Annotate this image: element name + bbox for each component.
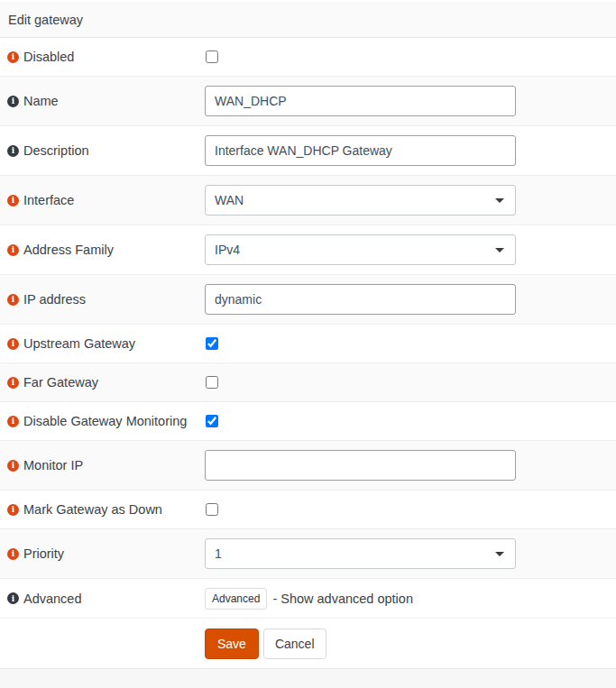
field-label-monitor-ip: Monitor IP: [23, 458, 83, 472]
form-row-far-gateway: Far Gateway: [0, 363, 616, 402]
info-icon[interactable]: [7, 294, 19, 306]
chevron-down-icon: [495, 198, 504, 203]
form-row-monitor-ip: Monitor IP: [0, 441, 616, 491]
name-input[interactable]: [205, 86, 516, 116]
form-row-disabled: Disabled: [0, 38, 616, 77]
panel-header: Edit gateway: [0, 2, 616, 38]
description-input[interactable]: [205, 135, 516, 166]
info-icon[interactable]: [7, 416, 19, 427]
form-actions-row: Save Cancel: [0, 619, 616, 668]
interface-select[interactable]: WAN: [205, 185, 516, 216]
info-icon[interactable]: [7, 592, 19, 604]
field-label-disable-gateway-monitoring: Disable Gateway Monitoring: [23, 414, 187, 428]
form-row-priority: Priority 1: [0, 529, 616, 579]
field-label-interface: Interface: [23, 193, 74, 207]
advanced-toggle-button[interactable]: Advanced: [205, 588, 267, 610]
field-label-advanced: Advanced: [23, 592, 82, 606]
field-label-priority: Priority: [23, 546, 64, 561]
monitor-ip-input[interactable]: [205, 450, 516, 481]
disable-gateway-monitoring-checkbox[interactable]: [206, 415, 218, 427]
field-label-address-family: Address Family: [23, 243, 114, 257]
info-icon[interactable]: [7, 244, 19, 256]
mark-gateway-as-down-checkbox[interactable]: [206, 503, 218, 516]
info-icon[interactable]: [7, 460, 19, 472]
footer-bar: [0, 668, 616, 688]
field-label-description: Description: [23, 143, 89, 158]
address-family-select-value: IPv4: [215, 243, 240, 257]
info-icon[interactable]: [7, 504, 19, 516]
chevron-down-icon: [495, 248, 504, 252]
upstream-gateway-checkbox[interactable]: [206, 337, 218, 350]
far-gateway-checkbox[interactable]: [206, 376, 218, 389]
field-label-disabled: Disabled: [23, 50, 74, 64]
priority-select[interactable]: 1: [205, 538, 516, 569]
ip-address-input[interactable]: [205, 284, 516, 315]
form-row-description: Description: [0, 126, 616, 176]
field-label-name: Name: [23, 94, 59, 108]
chevron-down-icon: [495, 552, 504, 556]
form-row-mark-gateway-as-down: Mark Gateway as Down: [0, 491, 616, 529]
edit-gateway-panel: Edit gateway Disabled Name Description: [0, 0, 616, 688]
info-icon[interactable]: [7, 96, 19, 107]
priority-select-value: 1: [215, 546, 222, 561]
info-icon[interactable]: [7, 51, 19, 63]
form-row-ip-address: IP address: [0, 275, 616, 325]
field-label-far-gateway: Far Gateway: [23, 375, 98, 390]
field-label-mark-gateway-as-down: Mark Gateway as Down: [23, 502, 162, 517]
form-row-upstream-gateway: Upstream Gateway: [0, 325, 616, 363]
form-row-advanced: Advanced Advanced - Show advanced option: [0, 579, 616, 619]
field-label-ip-address: IP address: [23, 292, 86, 307]
save-button[interactable]: Save: [205, 628, 259, 659]
info-icon[interactable]: [7, 338, 19, 350]
address-family-select[interactable]: IPv4: [205, 234, 516, 265]
form-row-address-family: Address Family IPv4: [0, 225, 616, 275]
interface-select-value: WAN: [215, 193, 244, 207]
cancel-button[interactable]: Cancel: [263, 628, 326, 659]
form-row-interface: Interface WAN: [0, 176, 616, 225]
info-icon[interactable]: [7, 548, 19, 560]
advanced-note: - Show advanced option: [272, 592, 413, 606]
info-icon[interactable]: [7, 377, 19, 389]
info-icon[interactable]: [7, 145, 19, 157]
info-icon[interactable]: [7, 195, 19, 206]
field-label-upstream-gateway: Upstream Gateway: [23, 336, 135, 351]
form-row-name: Name: [0, 77, 616, 126]
page-title: Edit gateway: [8, 13, 83, 27]
form-row-disable-gateway-monitoring: Disable Gateway Monitoring: [0, 402, 616, 441]
disabled-checkbox[interactable]: [206, 50, 218, 63]
